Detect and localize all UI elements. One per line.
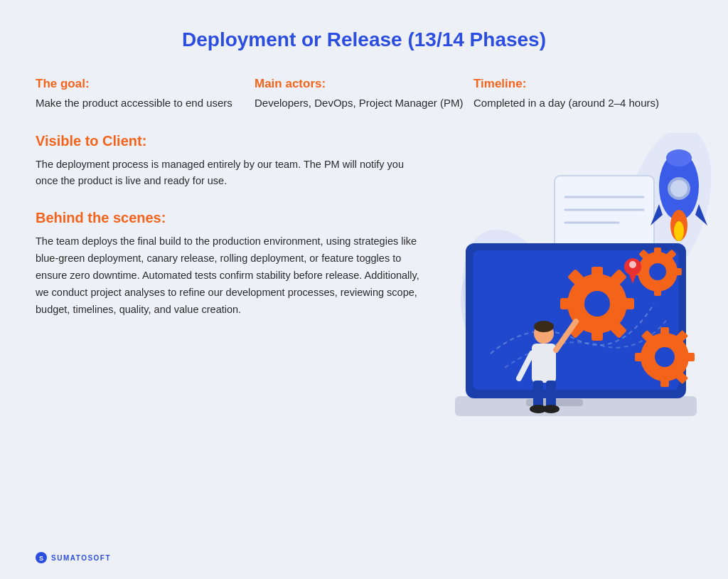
- logo-icon: S: [36, 552, 47, 563]
- timeline-block: Timeline: Completed in a day (around 2–4…: [473, 77, 692, 112]
- svg-point-52: [674, 221, 684, 241]
- svg-rect-32: [660, 377, 669, 387]
- illustration-area: [434, 133, 711, 456]
- page-container: Deployment or Release (13/14 Phases) The…: [0, 0, 728, 579]
- svg-rect-33: [685, 353, 695, 361]
- behind-text: The team deploys the final build to the …: [36, 233, 419, 319]
- top-section: The goal: Make the product accessible to…: [36, 77, 692, 112]
- svg-text:S: S: [39, 555, 43, 562]
- left-content: Visible to Client: The deployment proces…: [36, 133, 419, 456]
- svg-point-30: [655, 347, 675, 367]
- actors-text: Developers, DevOps, Project Manager (PM): [255, 95, 473, 112]
- behind-heading: Behind the scenes:: [36, 210, 419, 226]
- svg-rect-23: [654, 248, 661, 256]
- illustration-svg: [434, 133, 711, 453]
- visible-text: The deployment process is managed entire…: [36, 156, 419, 191]
- svg-point-22: [649, 263, 666, 280]
- content-area: Visible to Client: The deployment proces…: [36, 133, 692, 456]
- svg-point-53: [666, 149, 692, 166]
- svg-rect-31: [660, 327, 669, 337]
- svg-point-12: [584, 291, 610, 317]
- svg-rect-15: [621, 298, 634, 309]
- svg-rect-16: [560, 298, 573, 309]
- svg-rect-24: [654, 287, 661, 296]
- goal-text: Make the product accessible to end users: [36, 95, 255, 112]
- timeline-text: Completed in a day (around 2–4 hours): [473, 95, 692, 112]
- goal-label: The goal:: [36, 77, 255, 91]
- svg-rect-13: [592, 267, 603, 280]
- footer-logo-text: SUMATOSOFT: [51, 554, 111, 562]
- page-title: Deployment or Release (13/14 Phases): [36, 28, 692, 51]
- visible-heading: Visible to Client:: [36, 133, 419, 149]
- svg-point-56: [629, 261, 636, 268]
- timeline-label: Timeline:: [473, 77, 692, 91]
- svg-rect-25: [673, 268, 682, 275]
- svg-rect-34: [635, 353, 645, 361]
- svg-rect-14: [592, 328, 603, 341]
- actors-block: Main actors: Developers, DevOps, Project…: [255, 77, 473, 112]
- svg-rect-40: [532, 344, 556, 383]
- goal-block: The goal: Make the product accessible to…: [36, 77, 255, 112]
- svg-point-48: [669, 179, 689, 198]
- actors-label: Main actors:: [255, 77, 473, 91]
- svg-point-46: [542, 405, 560, 413]
- svg-point-39: [534, 321, 554, 332]
- footer: S SUMATOSOFT: [36, 552, 111, 563]
